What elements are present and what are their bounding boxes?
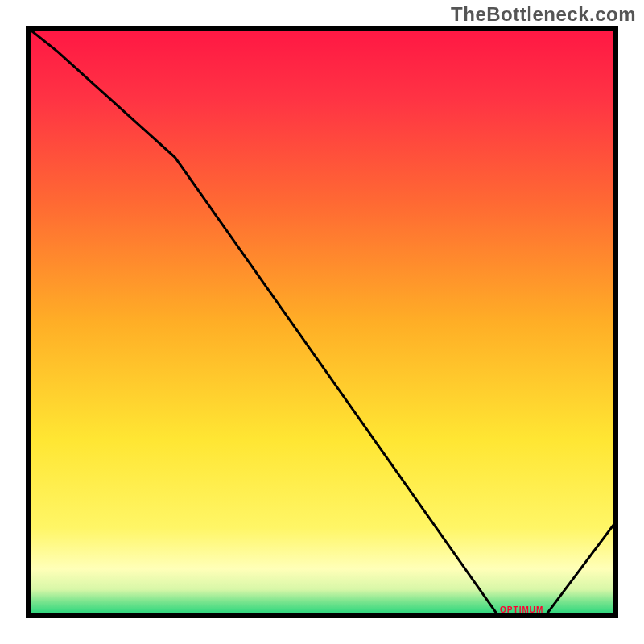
plot-area: OPTIMUM bbox=[28, 28, 616, 616]
optimum-label: OPTIMUM bbox=[500, 605, 543, 614]
watermark-text: TheBottleneck.com bbox=[451, 3, 636, 26]
gradient-background bbox=[28, 28, 616, 616]
bottleneck-chart: OPTIMUM bbox=[0, 0, 644, 644]
chart-container: TheBottleneck.com OPTIMUM bbox=[0, 0, 644, 644]
